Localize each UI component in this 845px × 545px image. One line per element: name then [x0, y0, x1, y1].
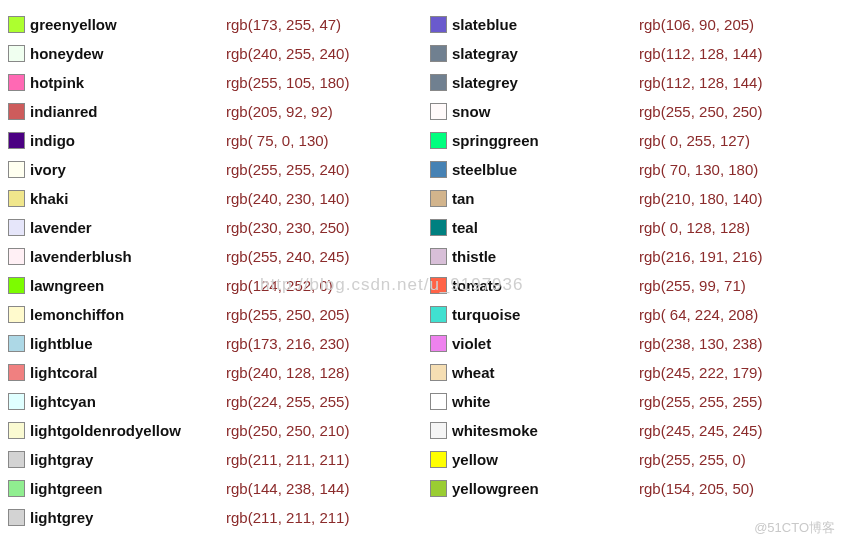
color-name: tomato: [452, 271, 502, 300]
color-row: slategrayrgb(112, 128, 144): [430, 39, 834, 68]
color-row: lightgrayrgb(211, 211, 211): [8, 445, 426, 474]
color-row: tomatorgb(255, 99, 71): [430, 271, 834, 300]
color-swatch-icon: [430, 480, 447, 497]
color-name: turquoise: [452, 300, 520, 329]
color-name: tan: [452, 184, 475, 213]
color-name: lavender: [30, 213, 92, 242]
color-name: thistle: [452, 242, 496, 271]
color-rgb-value: rgb(240, 128, 128): [226, 364, 349, 381]
color-rgb-value: rgb(255, 255, 240): [226, 161, 349, 178]
color-row: greenyellowrgb(173, 255, 47): [8, 10, 426, 39]
color-name: whitesmoke: [452, 416, 538, 445]
right-column: slatebluergb(106, 90, 205)slategrayrgb(1…: [430, 10, 834, 532]
color-row: yellowrgb(255, 255, 0): [430, 445, 834, 474]
color-rgb-value: rgb( 0, 128, 128): [639, 219, 750, 236]
color-swatch-icon: [430, 277, 447, 294]
color-rgb-value: rgb(240, 230, 140): [226, 190, 349, 207]
color-rgb-value: rgb( 75, 0, 130): [226, 132, 329, 149]
color-name: lawngreen: [30, 271, 104, 300]
color-name: lightgoldenrodyellow: [30, 416, 181, 445]
color-rgb-value: rgb(240, 255, 240): [226, 45, 349, 62]
color-rgb-value: rgb(173, 216, 230): [226, 335, 349, 352]
color-swatch-icon: [430, 393, 447, 410]
color-rgb-value: rgb(230, 230, 250): [226, 219, 349, 236]
color-swatch-icon: [8, 335, 25, 352]
color-name: wheat: [452, 358, 495, 387]
color-row: hotpinkrgb(255, 105, 180): [8, 68, 426, 97]
color-rgb-value: rgb( 70, 130, 180): [639, 161, 758, 178]
color-rgb-value: rgb(238, 130, 238): [639, 335, 762, 352]
color-swatch-icon: [8, 161, 25, 178]
color-rgb-value: rgb(255, 255, 0): [639, 451, 746, 468]
color-row: whitesmokergb(245, 245, 245): [430, 416, 834, 445]
color-rgb-value: rgb(245, 245, 245): [639, 422, 762, 439]
color-row: lightbluergb(173, 216, 230): [8, 329, 426, 358]
color-name: slateblue: [452, 10, 517, 39]
color-row: wheatrgb(245, 222, 179): [430, 358, 834, 387]
color-swatch-icon: [430, 306, 447, 323]
color-row: snowrgb(255, 250, 250): [430, 97, 834, 126]
color-rgb-value: rgb(255, 250, 250): [639, 103, 762, 120]
color-rgb-value: rgb(245, 222, 179): [639, 364, 762, 381]
color-swatch-icon: [430, 74, 447, 91]
color-name: slategrey: [452, 68, 518, 97]
color-rgb-value: rgb(154, 205, 50): [639, 480, 754, 497]
color-swatch-icon: [430, 451, 447, 468]
color-row: violetrgb(238, 130, 238): [430, 329, 834, 358]
color-row: turquoisergb( 64, 224, 208): [430, 300, 834, 329]
color-swatch-icon: [430, 335, 447, 352]
color-row: honeydewrgb(240, 255, 240): [8, 39, 426, 68]
color-swatch-icon: [430, 364, 447, 381]
color-row: lightgreyrgb(211, 211, 211): [8, 503, 426, 532]
color-rgb-value: rgb(255, 99, 71): [639, 277, 746, 294]
color-row: tanrgb(210, 180, 140): [430, 184, 834, 213]
color-row: lavenderrgb(230, 230, 250): [8, 213, 426, 242]
color-rgb-value: rgb(250, 250, 210): [226, 422, 349, 439]
color-row: lightcyanrgb(224, 255, 255): [8, 387, 426, 416]
color-name: indigo: [30, 126, 75, 155]
color-rgb-value: rgb(255, 105, 180): [226, 74, 349, 91]
color-row: thistlergb(216, 191, 216): [430, 242, 834, 271]
color-rgb-value: rgb(144, 238, 144): [226, 480, 349, 497]
color-rgb-value: rgb(255, 240, 245): [226, 248, 349, 265]
color-rgb-value: rgb(210, 180, 140): [639, 190, 762, 207]
color-swatch-icon: [430, 16, 447, 33]
color-name: slategray: [452, 39, 518, 68]
color-name: lightblue: [30, 329, 93, 358]
color-swatch-icon: [8, 45, 25, 62]
color-rgb-value: rgb( 0, 255, 127): [639, 132, 750, 149]
color-swatch-icon: [8, 248, 25, 265]
color-rgb-value: rgb(224, 255, 255): [226, 393, 349, 410]
color-row: lemonchiffonrgb(255, 250, 205): [8, 300, 426, 329]
color-row: springgreenrgb( 0, 255, 127): [430, 126, 834, 155]
color-rgb-value: rgb(112, 128, 144): [639, 74, 762, 91]
color-name: springgreen: [452, 126, 539, 155]
color-swatch-icon: [430, 190, 447, 207]
color-row: ivoryrgb(255, 255, 240): [8, 155, 426, 184]
color-name: lavenderblush: [30, 242, 132, 271]
color-name: violet: [452, 329, 491, 358]
color-swatch-icon: [8, 422, 25, 439]
color-row: slategreyrgb(112, 128, 144): [430, 68, 834, 97]
color-name: snow: [452, 97, 490, 126]
color-row: lightgreenrgb(144, 238, 144): [8, 474, 426, 503]
color-rgb-value: rgb(124, 252, 0): [226, 277, 333, 294]
color-swatch-icon: [430, 161, 447, 178]
color-name: lightcoral: [30, 358, 98, 387]
color-rgb-value: rgb(216, 191, 216): [639, 248, 762, 265]
color-name: greenyellow: [30, 10, 117, 39]
color-row: slatebluergb(106, 90, 205): [430, 10, 834, 39]
color-row: lightgoldenrodyellowrgb(250, 250, 210): [8, 416, 426, 445]
color-swatch-icon: [8, 480, 25, 497]
color-swatch-icon: [430, 132, 447, 149]
color-swatch-icon: [8, 74, 25, 91]
color-swatch-icon: [8, 306, 25, 323]
color-rgb-value: rgb(255, 250, 205): [226, 306, 349, 323]
color-row: lightcoralrgb(240, 128, 128): [8, 358, 426, 387]
color-row: khakirgb(240, 230, 140): [8, 184, 426, 213]
color-name: ivory: [30, 155, 66, 184]
color-row: yellowgreenrgb(154, 205, 50): [430, 474, 834, 503]
color-name: yellowgreen: [452, 474, 539, 503]
color-rgb-value: rgb(106, 90, 205): [639, 16, 754, 33]
color-name: indianred: [30, 97, 98, 126]
